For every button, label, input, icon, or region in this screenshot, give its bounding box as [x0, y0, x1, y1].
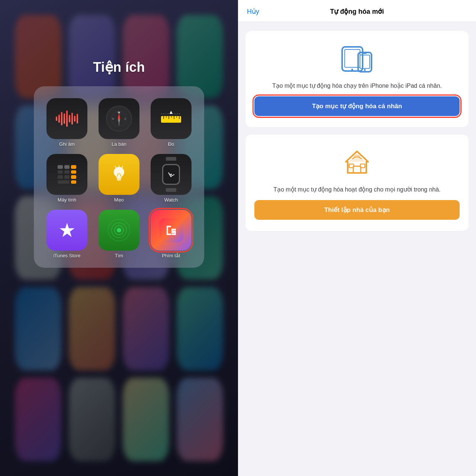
app-label-calculator: Máy tính — [58, 197, 76, 203]
svg-line-23 — [115, 166, 116, 168]
svg-rect-31 — [360, 55, 370, 68]
calculator-icon — [46, 154, 87, 195]
svg-point-17 — [114, 167, 124, 177]
home-automation-card: Tạo một mục tự động hóa hoạt động cho mọ… — [245, 135, 469, 231]
find-radar — [106, 217, 132, 243]
itunes-star-icon: ★ — [58, 221, 76, 240]
page-title: Tự động hóa mới — [330, 7, 384, 16]
app-label-tips: Mẹo — [114, 197, 124, 203]
create-personal-automation-button[interactable]: Tạo mục tự động hóa cá nhân — [254, 96, 460, 116]
svg-rect-34 — [353, 166, 361, 173]
find-icon — [99, 210, 139, 251]
folder-title: Tiện ích — [93, 60, 145, 75]
svg-point-32 — [364, 69, 366, 71]
svg-marker-16 — [170, 111, 173, 114]
app-measure[interactable]: Đo — [147, 95, 195, 147]
app-label-shortcuts: Phím tắt — [162, 253, 180, 258]
app-itunes[interactable]: ★ iTunes Store — [43, 207, 91, 259]
home-icon — [340, 146, 374, 179]
setup-home-button[interactable]: Thiết lập nhà của bạn — [254, 200, 460, 220]
svg-point-29 — [351, 68, 353, 70]
app-label-itunes: iTunes Store — [53, 253, 80, 258]
svg-rect-26 — [159, 218, 183, 242]
svg-rect-19 — [117, 178, 121, 180]
app-find[interactable]: Tìm — [95, 207, 143, 259]
right-panel: Hủy Tự động hóa mới Tạo một mục tự độ — [238, 0, 476, 476]
svg-rect-20 — [117, 180, 121, 181]
compass-icon: N S W E — [99, 98, 139, 139]
device-icon — [340, 42, 374, 75]
app-label-compass: La bàn — [112, 141, 126, 147]
app-label-measure: Đo — [168, 141, 174, 147]
left-panel: Tiện ích — [0, 0, 238, 476]
right-header: Hủy Tự động hóa mới — [238, 0, 476, 22]
svg-text:W: W — [112, 118, 115, 120]
app-shortcuts[interactable]: Phím tắt — [147, 207, 195, 259]
app-label-voice-memo: Ghi âm — [59, 141, 75, 147]
compass-face: N S W E — [106, 106, 132, 132]
personal-automation-card: Tạo một mục tự động hóa chạy trên iPhone… — [245, 31, 469, 127]
shortcuts-icon — [151, 210, 192, 251]
app-tips[interactable]: Mẹo — [95, 151, 143, 203]
app-label-watch: Watch — [164, 197, 178, 203]
right-content: Tạo một mục tự động hóa chạy trên iPhone… — [238, 22, 476, 476]
svg-rect-33 — [363, 53, 367, 54]
cancel-button[interactable]: Hủy — [247, 7, 259, 16]
tips-icon — [99, 154, 139, 195]
voice-waves — [56, 109, 78, 128]
svg-rect-7 — [161, 116, 181, 123]
left-content: Tiện ích — [0, 0, 238, 476]
app-label-find: Tìm — [115, 253, 123, 258]
personal-card-description: Tạo một mục tự động hóa chạy trên iPhone… — [272, 81, 442, 90]
measure-icon — [151, 98, 192, 139]
app-watch[interactable]: Watch — [147, 151, 195, 203]
app-calculator[interactable]: Máy tính — [43, 151, 91, 203]
app-compass[interactable]: N S W E La bàn — [95, 95, 143, 147]
watch-icon — [151, 154, 192, 195]
folder-container: Ghi âm N S W E — [34, 86, 204, 268]
voice-memo-icon — [46, 98, 87, 139]
itunes-icon: ★ — [46, 210, 87, 251]
svg-text:E: E — [125, 118, 126, 120]
svg-rect-18 — [116, 177, 122, 178]
home-card-description: Tạo một mục tự động hóa hoạt động cho mọ… — [273, 185, 441, 194]
svg-line-25 — [122, 166, 123, 168]
app-voice-memo[interactable]: Ghi âm — [43, 95, 91, 147]
